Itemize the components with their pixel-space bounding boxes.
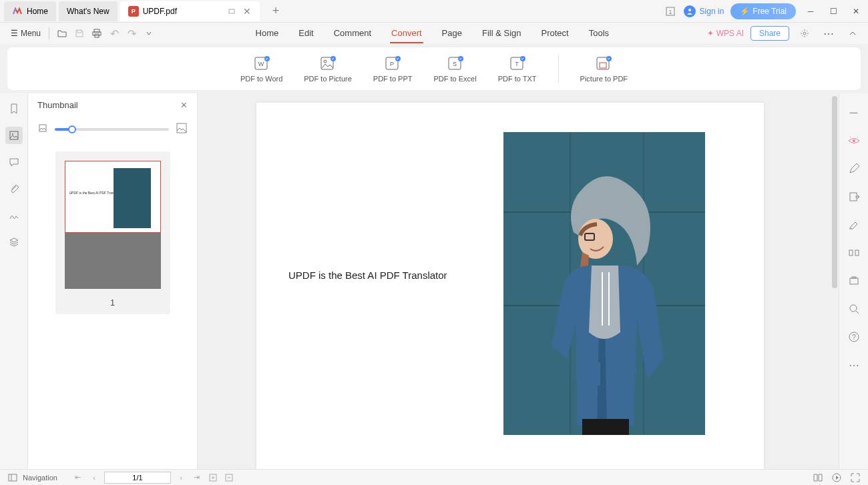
tab-detach-icon[interactable]: [225, 5, 238, 18]
page-text: UPDF is the Best AI PDF Translator: [288, 270, 447, 281]
thumbnail-title: Thumbnail: [37, 100, 78, 110]
share-button[interactable]: Share: [750, 26, 789, 41]
svg-rect-48: [9, 474, 17, 481]
svg-text:?: ?: [852, 334, 856, 341]
svg-rect-38: [582, 419, 629, 435]
open-icon[interactable]: [55, 26, 69, 41]
tab-file[interactable]: P UPDF.pdf ✕: [120, 1, 260, 21]
thumbnail-page-number: 1: [65, 298, 161, 308]
svg-point-12: [324, 60, 327, 63]
left-toolbar: [0, 93, 28, 469]
pdf-to-ppt-label: PDF to PPT: [373, 75, 413, 83]
edit-icon[interactable]: [847, 161, 861, 176]
search-icon[interactable]: [847, 302, 861, 316]
thumbnail-icon[interactable]: [5, 127, 23, 144]
thumbnail-page-preview: UPDF is the Best AI PDF Translator: [65, 161, 161, 233]
attachment-icon[interactable]: [5, 180, 23, 197]
undo-icon[interactable]: ↶: [107, 26, 122, 41]
more-icon[interactable]: ⋯: [821, 26, 836, 41]
navigation-label[interactable]: Navigation: [23, 474, 57, 482]
ai-eye-icon[interactable]: [847, 133, 861, 148]
layers-icon[interactable]: [5, 233, 23, 251]
thumb-large-icon[interactable]: [176, 122, 188, 137]
svg-rect-44: [852, 277, 856, 278]
close-panel-icon[interactable]: ✕: [180, 100, 188, 110]
menu-tools[interactable]: Tools: [588, 24, 610, 43]
svg-rect-28: [39, 125, 46, 131]
split-icon[interactable]: [847, 246, 861, 260]
menu-page[interactable]: Page: [441, 24, 463, 43]
menu-home[interactable]: Home: [254, 24, 280, 43]
tab-home[interactable]: Home: [4, 1, 56, 21]
picture-to-pdf-label: Picture to PDF: [580, 75, 628, 83]
free-trial-button[interactable]: ⚡ Free Trial: [730, 3, 796, 19]
collapse-icon[interactable]: [845, 26, 860, 41]
menu-comment[interactable]: Comment: [333, 24, 373, 43]
pdf-to-txt-label: PDF to TXT: [498, 75, 537, 83]
pdf-to-ppt-button[interactable]: P PDF to PPT: [373, 55, 413, 83]
pdf-to-word-button[interactable]: W PDF to Word: [240, 55, 282, 83]
thumb-size-slider[interactable]: [55, 128, 169, 131]
window-count-icon[interactable]: 1: [664, 5, 677, 18]
dropdown-icon[interactable]: [142, 26, 156, 41]
pdf-to-excel-label: PDF to Excel: [434, 75, 477, 83]
pdf-to-txt-button[interactable]: T PDF to TXT: [498, 55, 537, 83]
svg-point-3: [688, 9, 691, 11]
svg-rect-24: [600, 63, 606, 68]
tab-file-label: UPDF.pdf: [143, 7, 177, 16]
gear-icon[interactable]: [797, 26, 812, 41]
highlight-icon[interactable]: [847, 217, 861, 232]
tab-whats-new[interactable]: What's New: [59, 1, 118, 21]
ribbon-divider: [558, 55, 559, 83]
help-icon[interactable]: ?: [847, 330, 861, 344]
reading-view-icon[interactable]: [812, 472, 824, 484]
signin-button[interactable]: Sign in: [684, 5, 724, 17]
export-icon[interactable]: [847, 189, 861, 204]
menu-protect[interactable]: Protect: [540, 24, 570, 43]
picture-to-pdf-button[interactable]: Picture to PDF: [580, 55, 628, 83]
menu-button[interactable]: ☰ Menu: [7, 26, 45, 41]
menu-fillsign[interactable]: Fill & Sign: [481, 24, 523, 43]
pdf-file-icon: P: [128, 6, 139, 17]
maximize-button[interactable]: ☐: [825, 3, 841, 19]
minimize-button[interactable]: ─: [803, 3, 819, 19]
more-horizontal-icon[interactable]: ⋯: [847, 358, 861, 372]
last-page-icon[interactable]: ⇥: [191, 472, 203, 484]
svg-point-45: [850, 305, 857, 312]
vertical-scrollbar[interactable]: [832, 96, 837, 288]
bookmark-icon[interactable]: [5, 100, 23, 117]
statusbar: Navigation ⇤ ‹ › ⇥: [0, 469, 868, 485]
redo-icon[interactable]: ↷: [124, 26, 139, 41]
page-input[interactable]: [104, 472, 171, 484]
thumbnail-card[interactable]: UPDF is the Best AI PDF Translator 1: [55, 151, 170, 314]
tab-add-button[interactable]: +: [266, 4, 285, 18]
pdf-to-picture-button[interactable]: PDF to Picture: [304, 55, 352, 83]
save-icon[interactable]: [72, 26, 87, 41]
pdf-to-excel-button[interactable]: S PDF to Excel: [434, 55, 477, 83]
play-icon[interactable]: [831, 472, 843, 484]
close-button[interactable]: ✕: [848, 3, 864, 19]
menu-edit[interactable]: Edit: [297, 24, 314, 43]
menu-convert[interactable]: Convert: [390, 24, 423, 43]
next-page-icon[interactable]: ›: [175, 472, 187, 484]
txt-icon: T: [509, 55, 526, 72]
svg-text:P: P: [390, 61, 394, 67]
ribbon: W PDF to Word PDF to Picture P PDF to PP…: [7, 47, 861, 91]
nav-panel-icon[interactable]: [7, 472, 19, 484]
wps-ai-button[interactable]: ✦ WPS AI: [707, 29, 744, 38]
screenshot-icon[interactable]: [847, 274, 861, 288]
print-icon[interactable]: [89, 26, 104, 41]
zoom-out-page-icon[interactable]: [223, 472, 235, 484]
thumb-small-icon[interactable]: [37, 123, 48, 136]
first-page-icon[interactable]: ⇤: [72, 472, 84, 484]
prev-page-icon[interactable]: ‹: [88, 472, 100, 484]
zoom-in-page-icon[interactable]: [207, 472, 219, 484]
excel-icon: S: [447, 55, 464, 72]
fullscreen-icon[interactable]: [849, 472, 861, 484]
comment-icon[interactable]: [5, 153, 23, 171]
signature-icon[interactable]: [5, 207, 23, 224]
tab-whats-new-label: What's New: [67, 7, 110, 16]
tab-close-icon[interactable]: ✕: [242, 7, 252, 16]
minus-icon[interactable]: ─: [847, 105, 861, 120]
document-area[interactable]: UPDF is the Best AI PDF Translator: [198, 93, 839, 469]
